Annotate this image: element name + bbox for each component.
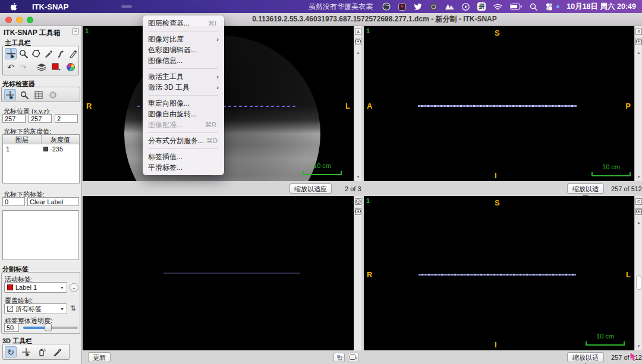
search-icon[interactable]	[530, 3, 537, 11]
menu-item[interactable]: 激活主工具 ›	[143, 71, 224, 82]
screenshot-camera-icon[interactable]	[635, 208, 642, 215]
close-window-button[interactable]	[5, 17, 12, 23]
tab-3d-inspector[interactable]	[47, 89, 59, 100]
menubar-item[interactable]	[111, 5, 121, 8]
menu-item[interactable]: 分布式分割服务... ⌘D	[143, 135, 224, 146]
color-palette-icon[interactable]	[65, 61, 77, 72]
screenshot-camera-icon[interactable]	[635, 39, 642, 45]
menu-item[interactable]	[149, 31, 218, 31]
scroll-up-icon[interactable]: ▲	[355, 51, 361, 55]
viewport-3d[interactable]	[83, 196, 354, 350]
menu-item[interactable]: 图像对比度 ›	[143, 34, 224, 45]
screen-app-icon[interactable]	[398, 3, 406, 11]
mountains-icon[interactable]	[445, 4, 454, 10]
menu-item[interactable]: 色彩图编辑器...	[143, 45, 224, 55]
scroll-down-icon[interactable]: ▼	[635, 344, 642, 348]
menubar-item[interactable]	[121, 5, 132, 8]
flip-view-button[interactable]	[333, 353, 345, 362]
zoom-to-fit-button[interactable]: 缩放以适应	[289, 183, 332, 194]
zoom-to-fit-button[interactable]: 缩放以适应	[567, 183, 604, 194]
update-3d-button[interactable]: 更新	[88, 352, 111, 362]
view-letter-chip[interactable]: C	[635, 198, 642, 205]
scroll-up-icon[interactable]: ▲	[635, 51, 642, 55]
control-center-icon[interactable]	[545, 3, 554, 11]
label-name-field[interactable]	[27, 197, 79, 206]
overlay-dropdown[interactable]: 所有标签 ▼	[4, 303, 67, 314]
zoom-to-fit-button[interactable]: 缩放以适应	[567, 352, 604, 362]
menubar-status-text[interactable]: 虽然没有华厦美衣裳	[309, 2, 373, 12]
menu-item[interactable]	[149, 95, 218, 96]
scroll-down-icon[interactable]: ▼	[355, 175, 361, 179]
battery-icon[interactable]	[510, 4, 522, 10]
tab-zoom-inspector[interactable]	[18, 89, 30, 100]
cube-3d-icon[interactable]	[355, 198, 361, 205]
menu-item[interactable]: 平滑标签...	[143, 162, 224, 173]
crosshair-tool-button[interactable]	[5, 48, 17, 59]
toolbox-close-icon[interactable]: ×	[73, 29, 78, 34]
apple-menu-icon[interactable]	[10, 2, 18, 11]
menubar-item[interactable]	[78, 5, 89, 8]
menu-item[interactable]: 图像自由旋转...	[143, 109, 224, 119]
menubar-item[interactable]	[100, 5, 111, 8]
scroll-down-icon[interactable]: ▼	[635, 175, 642, 179]
column-header-value[interactable]: 灰度值	[42, 135, 80, 144]
zoom-window-button[interactable]	[27, 17, 33, 23]
swap-labels-icon[interactable]: ⇅	[70, 304, 76, 312]
cursor-z-field[interactable]	[55, 114, 78, 123]
menu-item[interactable]: 激活 3D 工具 ›	[143, 82, 224, 93]
polygon-tool-button[interactable]	[30, 48, 42, 59]
viewport-sagittal[interactable]: 1 S A P I 10 cm	[364, 26, 634, 181]
menubar-clock[interactable]: 10月18日 周六 20:49	[567, 2, 636, 12]
table-row[interactable]: 1 -235	[3, 144, 79, 153]
view-letter-chip[interactable]: S	[635, 29, 642, 35]
pinyin-input-icon[interactable]: 拼	[477, 2, 486, 11]
opacity-field[interactable]	[4, 323, 19, 332]
undo-icon[interactable]: ↶	[5, 61, 17, 72]
paintbrush-tool-button[interactable]	[42, 48, 54, 59]
label-list-box[interactable]	[2, 210, 79, 260]
layers-icon[interactable]	[36, 61, 48, 72]
record-movie-button[interactable]	[348, 353, 359, 362]
zoom-tool-button[interactable]	[17, 48, 29, 59]
wifi-icon[interactable]	[493, 4, 502, 10]
minimize-window-button[interactable]	[16, 17, 23, 23]
tab-crosshair-inspector[interactable]	[4, 89, 16, 100]
opacity-slider-thumb[interactable]	[45, 324, 52, 331]
cursor-y-field[interactable]	[29, 114, 52, 123]
spray-3d-tool-button[interactable]	[36, 346, 48, 357]
scrollbar-thumb[interactable]	[636, 276, 641, 290]
menu-item[interactable]	[149, 148, 218, 149]
scroll-up-icon[interactable]: ▲	[635, 221, 642, 224]
menu-item[interactable]: 图层检查器... ⌘I	[143, 18, 224, 29]
active-label-dropdown[interactable]: Label 1 ▼	[4, 282, 67, 293]
menubar-item[interactable]	[132, 5, 143, 8]
column-header-layer[interactable]: 图层	[3, 135, 42, 144]
menu-item[interactable]: 图像信息...	[143, 55, 224, 66]
crosshair-3d-tool-button[interactable]	[20, 346, 32, 357]
play-circle-icon[interactable]	[462, 3, 470, 11]
redo-icon[interactable]: ↷	[17, 61, 29, 72]
cursor-x-field[interactable]	[2, 114, 26, 123]
label-id-field[interactable]	[2, 197, 25, 206]
menu-item[interactable]	[149, 68, 218, 69]
snake-tool-button[interactable]	[55, 48, 67, 59]
menu-item[interactable]	[149, 132, 218, 133]
menubar-app-name[interactable]: ITK-SNAP	[27, 2, 74, 12]
scalpel-3d-tool-button[interactable]	[51, 346, 63, 357]
annotation-tool-button[interactable]	[67, 48, 79, 59]
active-label-color-button[interactable]	[51, 61, 62, 72]
adobe-cc-icon[interactable]	[430, 3, 438, 11]
trackball-3d-tool-button[interactable]: ↻	[5, 346, 17, 357]
viewport-coronal[interactable]: 1 S R L I 10 cm	[364, 196, 634, 350]
screenshot-camera-icon[interactable]	[355, 208, 361, 215]
menubar-item[interactable]	[89, 5, 100, 8]
menu-item[interactable]: 标签插值...	[143, 151, 224, 162]
globe-icon[interactable]	[382, 2, 391, 11]
tab-table-inspector[interactable]	[33, 89, 45, 100]
label-options-button[interactable]: ⌄	[70, 283, 78, 292]
menu-item[interactable]: 重定向图像...	[143, 98, 224, 109]
view-letter-chip[interactable]: A	[355, 29, 361, 35]
menu-item[interactable]: 图像配准... ⌘R	[143, 119, 224, 130]
twitter-icon[interactable]	[414, 3, 422, 10]
screenshot-camera-icon[interactable]	[355, 39, 361, 45]
